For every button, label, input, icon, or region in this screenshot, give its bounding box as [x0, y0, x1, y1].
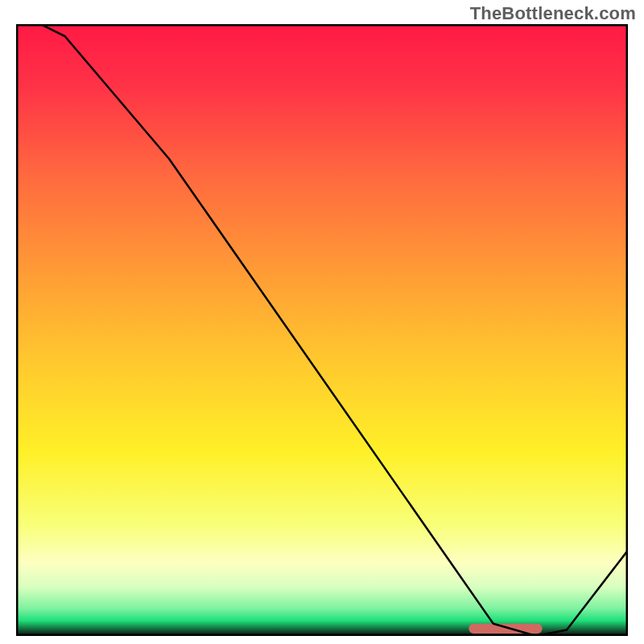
chart-plot-area: [16, 24, 628, 636]
marker-sweet-spot: [469, 624, 542, 634]
chart-background: [16, 24, 628, 636]
watermark-text: TheBottleneck.com: [470, 3, 636, 24]
chart-markers: [469, 624, 542, 634]
chart-svg: [16, 24, 628, 636]
